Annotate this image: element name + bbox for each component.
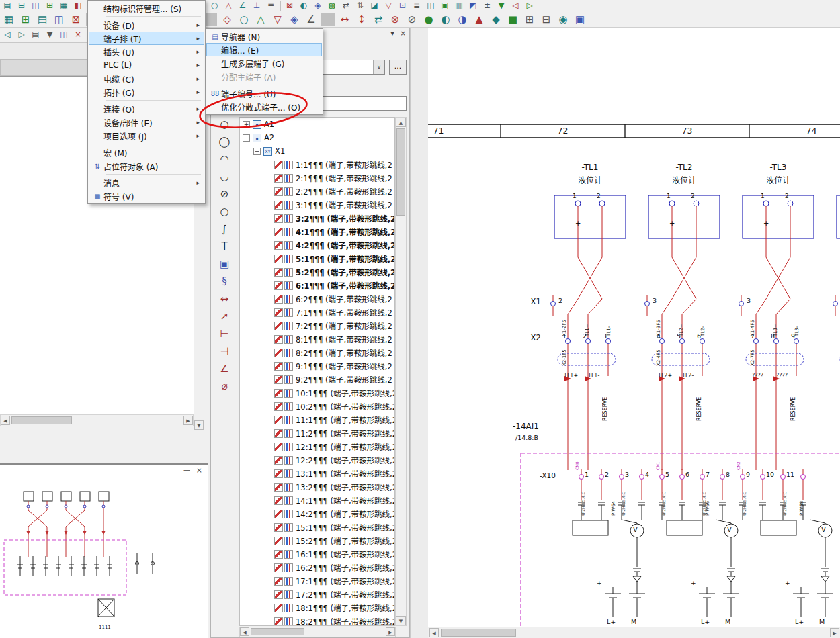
icon-circle-2[interactable]: ○ [217,204,232,219]
icon-angle[interactable]: ∠ [237,0,248,11]
smi-terminal-numbering[interactable]: 88 端子编号... (U) [206,87,322,100]
tree-node-a1[interactable]: + ▪ A1 [240,118,394,131]
icon-potential[interactable]: △ [254,13,267,26]
tree-expander[interactable]: − [243,134,250,142]
tree-item[interactable]: 10:2¶¶¶ (端子,带鞍形跳线,2 [240,400,394,413]
icon-insert-cancel[interactable]: ⊠ [69,13,83,26]
icon-hyperlink[interactable]: § [217,274,232,289]
tree-item[interactable]: 13:2¶¶¶ (端子,带鞍形跳线,2 [240,480,394,494]
tree-item[interactable]: 3:1¶¶¶ (端子,带鞍形跳线,2 [240,198,394,212]
scroll-thumb[interactable] [251,628,304,635]
preview-minimize-button[interactable]: — [183,466,190,473]
icon-dropdown[interactable]: ▼ [496,0,507,11]
icon-page[interactable]: ▤ [2,0,13,11]
icon-remove-cell[interactable]: ⊟ [540,13,553,26]
icon-frame[interactable]: ▣ [439,0,450,11]
icon-filter[interactable]: ▽ [383,0,394,11]
tree-item[interactable]: 7:2¶¶¶ (端子,带鞍形跳线,2 [240,319,394,332]
icon-dim-aligned[interactable]: ↗ [217,309,232,324]
icon-diamond-tool[interactable]: ◆ [489,13,503,26]
icon-arc-2[interactable]: ◡ [217,169,232,184]
toolbar-icon[interactable] [280,1,281,11]
preview-close-button[interactable]: × [196,466,202,475]
toolbar-icon[interactable] [204,13,217,26]
icon-connect-h[interactable]: ↔ [338,13,351,26]
icon-polygon[interactable]: △ [223,0,234,11]
icon-insert-macro[interactable]: ▤ [36,13,49,26]
icon-radio[interactable]: ◉ [556,13,570,26]
icon-mesh[interactable]: ▩ [327,0,337,11]
icon-fill[interactable]: ◪ [369,0,380,11]
icon-swap[interactable]: ⇄ [341,0,351,11]
tree-item[interactable]: 11:1¶¶¶ (端子,带鞍形跳线,2 [240,413,394,426]
mi-cables[interactable]: 电缆 (C) ▸ [89,72,204,85]
icon-circle-tool[interactable]: ○ [209,0,220,11]
icon-text[interactable]: T [217,239,232,254]
icon-add-cell[interactable]: ⊞ [523,13,536,26]
tree-item[interactable]: 1:1¶¶¶ (端子,带鞍形跳线,2 [240,158,394,171]
tree-item[interactable]: 8:2¶¶¶ (端子,带鞍形跳线,2 [240,346,394,359]
icon-snap[interactable]: ▦ [58,0,69,11]
icon-dim-angle[interactable]: ∠ [217,361,232,376]
smi-optimize-distributed-terminals[interactable]: 优化分散式端子... (O) [206,100,322,113]
terminal-tree[interactable]: + ▪ A1 − ▪ A2 − XY [239,117,395,626]
icon-distributor[interactable]: ◈ [288,13,301,26]
tree-item[interactable]: 8:1¶¶¶ (端子,带鞍形跳线,2 [240,332,394,346]
icon-break[interactable]: ⊗ [388,13,402,26]
scroll-left-button[interactable]: ◀ [429,628,439,637]
smi-assign-main-terminal[interactable]: 分配主端子 (A) [206,70,322,83]
icon-dim-linear[interactable]: ↔ [217,291,232,306]
tree-node-x1[interactable]: − XY X1 [240,144,394,158]
icon-rows[interactable]: ▥ [454,0,464,11]
icon-page-list[interactable]: ▤ [30,29,41,40]
smi-generate-multilevel-terminals[interactable]: 生成多层端子 (G) [206,56,322,70]
icon-grid[interactable]: ⊞ [44,0,55,11]
tree-item[interactable]: 15:1¶¶¶ (端子,带鞍形跳线,2 [240,520,394,534]
scroll-thumb[interactable] [441,629,516,637]
icon-next-page[interactable]: ▷ [16,29,27,40]
icon-contrast[interactable]: ◐ [298,0,309,11]
mi-topology[interactable]: 拓扑 (G) ▸ [89,85,204,99]
scroll-right-button[interactable]: ▶ [386,627,395,636]
icon-circle[interactable]: ○ [217,117,232,132]
icon-square-tool[interactable]: ■ [506,13,519,26]
tree-item[interactable]: 18:1¶¶¶ (端子,带鞍形跳线,2 [240,601,394,614]
scroll-up-button[interactable]: ▲ [396,118,406,127]
icon-tolerance[interactable]: ± [482,0,493,11]
tree-item[interactable]: 12:1¶¶¶ (端子,带鞍形跳线,2 [240,440,394,453]
tree-node-a2[interactable]: − ▪ A2 [240,131,394,144]
tree-item[interactable]: 9:2¶¶¶ (端子,带鞍形跳线,2 [240,373,394,386]
mi-macros[interactable]: 宏 (M) [89,146,204,159]
icon-perpendicular[interactable]: ⊥ [251,0,262,11]
icon-interruption-point[interactable]: ◇ [220,13,234,26]
mi-project-options[interactable]: 项目选项 (J) ▸ [89,129,204,142]
icon-target[interactable]: ⊡ [397,0,408,11]
scroll-left-button[interactable]: ◀ [1,416,10,425]
icon-back[interactable]: ◁ [510,0,521,11]
icon-node[interactable]: ● [422,13,435,26]
chevron-down-icon[interactable]: ∨ [373,60,384,74]
panel-collapse-icon[interactable]: ▾ [391,30,394,37]
tree-item[interactable]: 12:2¶¶¶ (端子,带鞍形跳线,2 [240,453,394,467]
tree-item[interactable]: 17:2¶¶¶ (端子,带鞍形跳线,2 [240,588,394,601]
icon-close-small[interactable]: × [73,29,83,40]
toolbar-icon[interactable] [321,13,335,26]
scroll-thumb[interactable] [396,128,405,216]
icon-dim-continued[interactable]: ⊣ [217,344,232,359]
tree-item[interactable]: 16:1¶¶¶ (端子,带鞍形跳线,2 [240,547,394,561]
scroll-down-button[interactable]: ▼ [396,616,406,625]
schematic-editor-canvas[interactable] [428,28,840,627]
mi-messages[interactable]: 消息 ▸ [89,176,204,189]
icon-half-node[interactable]: ◐ [439,13,452,26]
tree-item[interactable]: 14:2¶¶¶ (端子,带鞍形跳线,2 [240,507,394,520]
icon-arc[interactable]: ◠ [217,152,232,167]
tree-expander[interactable]: + [243,121,250,128]
icon-properties[interactable]: ◈ [312,0,323,11]
scroll-right-button[interactable]: ▶ [183,416,193,425]
mi-plugs[interactable]: 插头 (U) ▸ [89,45,204,58]
smi-navigator[interactable]: ▤ 导航器 (N) [206,30,322,43]
mi-devices[interactable]: 设备 (D) ▸ [89,18,204,32]
icon-potential-down[interactable]: ▽ [271,13,284,26]
icon-selected-box[interactable]: ▣ [573,13,587,26]
icon-forward[interactable]: ▷ [524,0,535,11]
